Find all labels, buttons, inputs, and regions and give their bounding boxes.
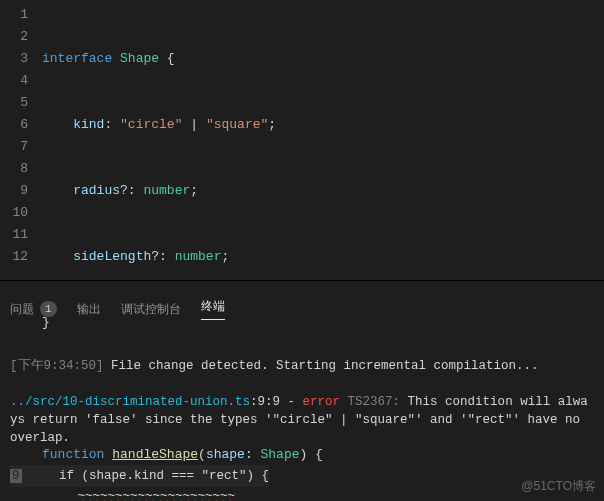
- tab-problems[interactable]: 问题 1: [10, 298, 57, 320]
- error-file-path[interactable]: ../src/10-discriminated-union.ts: [10, 395, 250, 409]
- timestamp: [下午9:34:50]: [10, 359, 104, 373]
- compile-msg: File change detected. Starting increment…: [104, 359, 539, 373]
- tab-terminal[interactable]: 终端: [201, 298, 225, 320]
- code-editor[interactable]: 123 456 789 101112 interface Shape { kin…: [0, 0, 604, 280]
- error-label: error: [303, 395, 341, 409]
- tab-debug-console[interactable]: 调试控制台: [121, 298, 181, 320]
- line-gutter: 123 456 789 101112: [0, 0, 42, 280]
- tab-output[interactable]: 输出: [77, 298, 101, 320]
- problems-badge: 1: [40, 301, 57, 317]
- error-line-number: 9: [10, 469, 22, 483]
- watermark: @51CTO博客: [521, 478, 596, 495]
- code-area[interactable]: interface Shape { kind: "circle" | "squa…: [42, 0, 604, 280]
- tab-problems-label: 问题: [10, 301, 34, 318]
